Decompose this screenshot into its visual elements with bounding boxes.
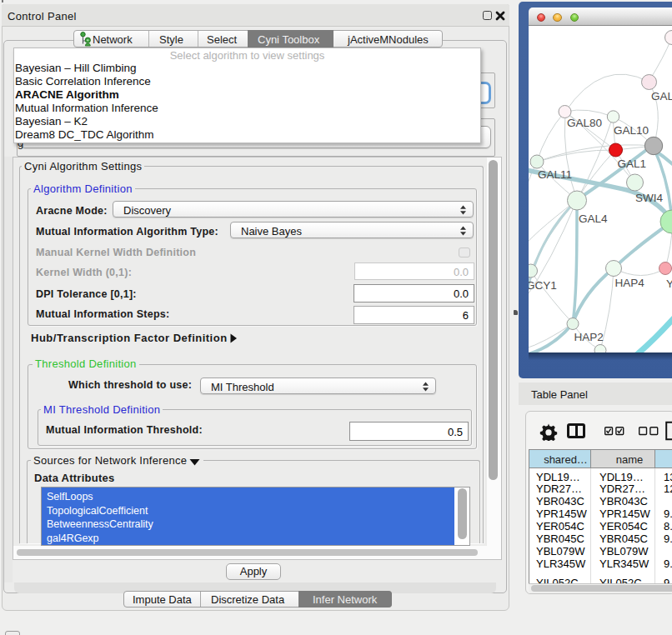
svg-text:HAP4: HAP4 bbox=[615, 277, 645, 289]
svg-text:SWI4: SWI4 bbox=[635, 192, 663, 204]
svg-text:GAL10: GAL10 bbox=[614, 124, 649, 137]
svg-text:GAL80: GAL80 bbox=[567, 117, 602, 129]
svg-text:GCY1: GCY1 bbox=[529, 279, 557, 292]
svg-text:GAL11: GAL11 bbox=[538, 168, 572, 181]
svg-text:YP: YP bbox=[666, 278, 672, 290]
svg-text:GAL1: GAL1 bbox=[618, 158, 647, 170]
svg-text:HAP2: HAP2 bbox=[574, 331, 604, 343]
svg-text:GAL7: GAL7 bbox=[651, 90, 672, 102]
svg-text:GAL4: GAL4 bbox=[579, 212, 608, 225]
